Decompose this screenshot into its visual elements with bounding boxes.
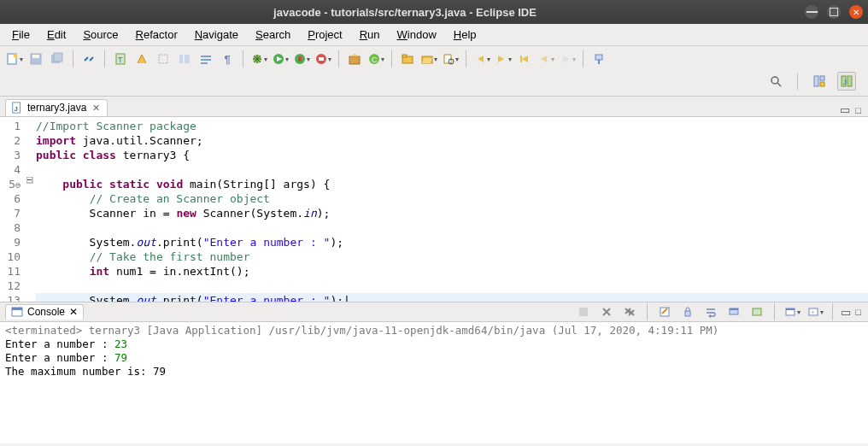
minimize-view-icon[interactable]: ▭ xyxy=(840,103,850,116)
next-edit-button[interactable]: ▾ xyxy=(494,50,513,68)
menu-file[interactable]: File xyxy=(5,26,37,44)
ext-tools-button[interactable]: ▾ xyxy=(314,50,332,68)
window-title: javacode - tutorials/src/ternary3.java -… xyxy=(5,6,805,19)
fold-toggle-icon[interactable] xyxy=(26,177,32,183)
svg-rect-11 xyxy=(201,56,211,57)
code-line[interactable]: int num1 = in.nextInt(); xyxy=(36,264,868,279)
svg-point-38 xyxy=(771,77,778,84)
svg-rect-52 xyxy=(579,308,588,316)
open-project-button[interactable] xyxy=(398,50,417,68)
svg-rect-13 xyxy=(201,62,208,64)
svg-rect-3 xyxy=(32,55,39,58)
menu-project[interactable]: Project xyxy=(301,26,349,44)
console-output[interactable]: <terminated> ternary3 [Java Application]… xyxy=(0,322,868,443)
console-tab-label: Console xyxy=(27,306,65,318)
new-package-button[interactable] xyxy=(345,50,364,68)
debug-button[interactable]: ▾ xyxy=(249,50,268,68)
show-console-on-out-button[interactable] xyxy=(748,302,766,321)
maximize-view-icon[interactable]: □ xyxy=(855,105,861,115)
tab-console[interactable]: Console ✕ xyxy=(5,304,84,320)
console-tabstrip: Console ✕ ▾ +▾ ▭ □ xyxy=(0,302,868,322)
open-perspective-button[interactable] xyxy=(810,72,829,91)
code-line[interactable]: // Take the first number xyxy=(36,249,868,264)
console-tab-close-icon[interactable]: ✕ xyxy=(69,306,78,318)
clear-console-button[interactable] xyxy=(655,302,674,321)
close-button[interactable]: ✕ xyxy=(849,5,863,19)
open-type-button[interactable]: T xyxy=(111,50,130,68)
java-perspective-button[interactable]: J xyxy=(837,72,856,91)
tab-close-icon[interactable]: ✕ xyxy=(91,103,102,114)
menu-help[interactable]: Help xyxy=(447,26,484,44)
pilcrow-button[interactable]: ¶ xyxy=(218,50,237,68)
word-wrap-button[interactable] xyxy=(701,302,720,321)
code-line[interactable]: System.out.print("Enter a number : "); xyxy=(36,235,868,249)
code-line[interactable] xyxy=(36,162,868,177)
search-icon[interactable] xyxy=(766,72,785,91)
code-line[interactable]: public class ternary3 { xyxy=(36,148,868,162)
menu-source[interactable]: Source xyxy=(76,26,125,44)
menu-navigate[interactable]: Navigate xyxy=(188,26,245,44)
new-class-button[interactable]: C▾ xyxy=(367,50,385,68)
open-console-button[interactable]: +▾ xyxy=(806,302,824,321)
svg-rect-1 xyxy=(14,54,17,57)
save-button[interactable] xyxy=(26,50,45,68)
svg-text:+: + xyxy=(811,308,815,316)
menu-edit[interactable]: Edit xyxy=(40,26,73,44)
new-button[interactable]: ▾ xyxy=(5,50,24,68)
toggle-breadcrumb-button[interactable] xyxy=(196,50,215,68)
pin-console-button[interactable] xyxy=(724,302,743,321)
menu-window[interactable]: Window xyxy=(390,26,443,44)
last-edit-button[interactable] xyxy=(515,50,534,68)
forward-button[interactable]: ▾ xyxy=(558,50,577,68)
code-body[interactable]: //Import Scanner packageimport java.util… xyxy=(34,117,868,302)
save-all-button[interactable] xyxy=(48,50,67,68)
remove-all-button[interactable] xyxy=(620,302,639,321)
menu-refactor[interactable]: Refactor xyxy=(129,26,185,44)
maximize-button[interactable] xyxy=(827,5,841,19)
svg-rect-10 xyxy=(185,55,190,63)
scroll-lock-button[interactable] xyxy=(678,302,697,321)
menu-search[interactable]: Search xyxy=(249,26,297,44)
code-line[interactable]: // Create an Scanner object xyxy=(36,191,868,206)
code-line[interactable]: //Import Scanner package xyxy=(36,119,868,133)
terminate-button[interactable] xyxy=(574,302,593,321)
menu-run[interactable]: Run xyxy=(353,26,387,44)
remove-launch-button[interactable] xyxy=(597,302,616,321)
svg-rect-42 xyxy=(820,82,824,86)
svg-marker-31 xyxy=(478,56,484,62)
code-line[interactable] xyxy=(36,279,868,293)
svg-rect-9 xyxy=(179,55,183,63)
display-selected-button[interactable]: ▾ xyxy=(783,302,801,321)
code-line[interactable]: Scanner in = new Scanner(System.in); xyxy=(36,206,868,220)
code-line[interactable] xyxy=(36,220,868,235)
tab-label: ternary3.java xyxy=(27,102,86,114)
toggle-mark-button[interactable] xyxy=(132,50,151,68)
code-editor[interactable]: 12345⊖678910111213 //Import Scanner pack… xyxy=(0,117,868,302)
svg-rect-34 xyxy=(520,56,522,62)
console-icon xyxy=(11,306,23,318)
console-minimize-icon[interactable]: ▭ xyxy=(841,306,851,319)
minimize-button[interactable] xyxy=(805,5,818,19)
back-button[interactable]: ▾ xyxy=(537,50,555,68)
svg-text:J: J xyxy=(843,79,847,86)
open-folder-button[interactable]: ▾ xyxy=(419,50,438,68)
run-button[interactable]: ▾ xyxy=(271,50,290,68)
svg-marker-35 xyxy=(541,56,547,62)
console-maximize-icon[interactable]: □ xyxy=(855,307,861,317)
svg-marker-33 xyxy=(522,56,528,62)
prev-edit-button[interactable]: ▾ xyxy=(472,50,491,68)
tab-ternary3[interactable]: J ternary3.java ✕ xyxy=(5,99,108,116)
code-line[interactable]: public static void main(String[] args) { xyxy=(36,177,868,191)
link-editor-button[interactable] xyxy=(79,50,98,68)
console-line: Enter a number : 23 xyxy=(5,337,863,351)
show-whitespace-button[interactable] xyxy=(175,50,194,68)
code-line[interactable]: System.out.print("Enter a number : ");| xyxy=(36,293,868,302)
block-select-button[interactable] xyxy=(154,50,173,68)
pin-editor-button[interactable] xyxy=(589,50,608,68)
svg-marker-36 xyxy=(563,56,569,62)
svg-rect-44 xyxy=(847,76,852,86)
console-line: Enter a number : 79 xyxy=(5,351,863,365)
open-resource-button[interactable]: ▾ xyxy=(441,50,460,68)
code-line[interactable]: import java.util.Scanner; xyxy=(36,133,868,148)
coverage-button[interactable]: ▾ xyxy=(292,50,311,68)
